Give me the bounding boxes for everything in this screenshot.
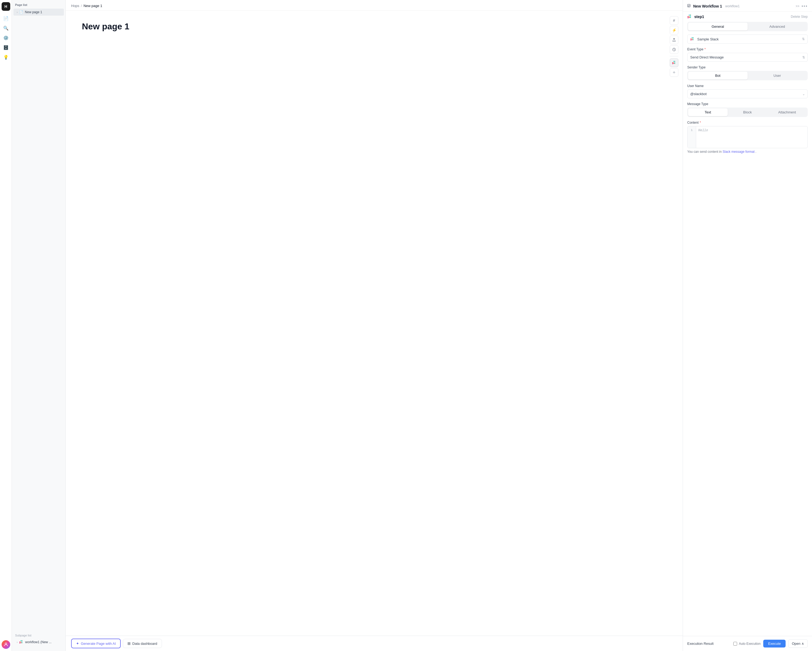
svg-rect-2 [20,643,20,643]
subpage-section: Subpage list › workflow1 (New ... [12,631,66,648]
workflow-panel: New Workflow 1 workflow1 >> ••• step1 De… [683,0,812,651]
svg-rect-27 [690,38,691,39]
lightning-toolbar-btn[interactable]: ⚡ [670,26,678,35]
slack-toolbar-btn[interactable] [670,58,678,67]
integration-select-input[interactable]: Sample Slack [697,35,802,43]
execution-footer: Execution Result Auto Execution Execute … [683,636,812,651]
generate-ai-button[interactable]: ✦ Generate Page with AI [71,639,121,648]
svg-rect-22 [690,15,691,15]
brand-logo[interactable]: H [2,2,10,11]
integration-selector-group: Sample Slack ⇅ [687,35,808,44]
user-avatar[interactable] [2,640,10,649]
slack-format-link[interactable]: Slack message format [723,150,755,154]
code-content-input[interactable]: Hello [696,126,807,148]
event-type-label: Event Type * [687,47,808,51]
breadcrumb-parent[interactable]: Hops [71,4,79,8]
integration-select-arrow: ⇅ [802,37,807,41]
hash-toolbar-btn[interactable]: # [670,16,678,25]
user-name-select[interactable]: @slackbot @here @channel [687,89,808,98]
tab-advanced[interactable]: Advanced [748,23,807,31]
sidebar-icon-rail: H 📄 🔍 ⚙️ 🗄️ 💡 [0,0,12,651]
expand-panel-icon[interactable]: >> [795,4,799,8]
auto-execution-checkbox[interactable] [733,642,737,646]
svg-rect-17 [674,63,675,64]
svg-rect-1 [20,642,20,642]
subpage-item-label: workflow1 (New ... [25,640,52,644]
dashboard-icon: ⊞ [127,641,131,646]
message-type-label: Message Type [687,102,808,106]
workflow-menu-icon[interactable]: ••• [801,4,808,9]
subpage-item-workflow1[interactable]: › workflow1 (New ... [14,639,64,646]
auto-execution-label: Auto Execution [733,642,760,646]
svg-rect-32 [693,38,693,39]
svg-rect-13 [674,61,675,62]
data-dashboard-button[interactable]: ⊞ Data dashboard [123,639,162,648]
main-canvas: Hops / New page 1 New page 1 # ⚡ [66,0,683,651]
ai-icon: ✦ [76,641,79,646]
delete-step-button[interactable]: Delete Step [791,15,808,18]
svg-rect-19 [688,16,688,17]
message-type-toggle: Text Block Attachment [687,107,808,117]
svg-rect-11 [672,63,673,64]
svg-rect-15 [674,62,675,63]
svg-rect-3 [20,640,21,641]
execution-result-title: Execution Result [687,642,714,646]
svg-rect-7 [20,642,21,643]
event-type-select-wrapper: Send Direct Message Send Channel Message… [687,53,808,62]
svg-rect-23 [689,16,690,17]
sender-type-toggle: Bot User [687,71,808,80]
tab-bar: General Advanced [687,22,808,31]
svg-rect-24 [690,16,691,17]
user-name-label: User Name [687,84,808,88]
page-icon: 📄 [19,10,23,14]
svg-rect-5 [20,641,21,642]
message-type-attachment-btn[interactable]: Attachment [767,108,807,116]
page-list-panel: Page list › 📄 New page 1 Subpage list › … [12,0,66,651]
history-toolbar-btn[interactable] [670,45,678,54]
bottom-bar: ✦ Generate Page with AI ⊞ Data dashboard [66,636,683,651]
svg-rect-6 [21,641,22,642]
svg-rect-30 [693,37,693,38]
message-type-group: Message Type Text Block Attachment [687,102,808,117]
message-type-block-btn[interactable]: Block [728,108,767,116]
code-line-1: 1 Hello [688,126,807,148]
search-nav-icon[interactable]: 🔍 [2,24,10,32]
share-toolbar-btn[interactable] [670,35,678,44]
sender-type-label: Sender Type [687,66,808,69]
step-slack-icon [687,14,692,19]
content-editor[interactable]: 1 Hello [687,126,808,148]
breadcrumb: Hops / New page 1 [66,0,683,11]
message-type-text-btn[interactable]: Text [688,108,728,116]
file-nav-icon[interactable]: 📄 [2,14,10,23]
settings-nav-icon[interactable]: ⚙️ [2,34,10,42]
integration-selector[interactable]: Sample Slack ⇅ [687,35,808,44]
step-title: step1 [694,15,704,19]
svg-rect-20 [688,17,688,18]
bulb-nav-icon[interactable]: 💡 [2,53,10,61]
page-item-new-page-1[interactable]: › 📄 New page 1 [14,9,64,15]
workflow-header: New Workflow 1 workflow1 >> ••• [683,0,812,12]
svg-rect-10 [672,62,673,63]
workflow-title: New Workflow 1 [693,4,722,8]
breadcrumb-separator: / [81,4,82,8]
content-label: Content * [687,121,808,124]
open-button[interactable]: Open ∧ [788,639,808,648]
panel-body: Sample Slack ⇅ Event Type * Send Direct … [683,35,812,636]
user-name-select-wrapper: @slackbot @here @channel ⌄ [687,89,808,98]
database-nav-icon[interactable]: 🗄️ [2,43,10,52]
sender-type-user-btn[interactable]: User [748,72,807,79]
svg-rect-33 [691,39,692,40]
page-title: New page 1 [82,21,667,32]
svg-rect-28 [690,40,691,40]
content-required: * [700,121,701,124]
svg-rect-14 [673,62,674,63]
tab-general[interactable]: General [688,23,748,31]
execute-button[interactable]: Execute [763,640,786,648]
svg-point-0 [5,643,7,645]
add-block-btn[interactable]: + [670,68,678,77]
svg-rect-21 [689,15,690,15]
sender-type-bot-btn[interactable]: Bot [688,72,748,79]
step-left: step1 [687,14,704,19]
svg-rect-34 [693,39,693,40]
event-type-select[interactable]: Send Direct Message Send Channel Message… [687,53,808,62]
